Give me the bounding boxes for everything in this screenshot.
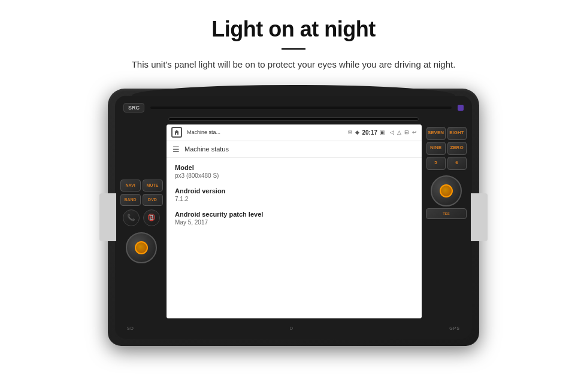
power-indicator (458, 105, 464, 111)
status-item-model: Model px3 (800x480 S) (175, 164, 413, 179)
photo-icon: ▣ (380, 129, 385, 135)
side-tab-left (99, 193, 116, 241)
security-patch-label: Android security patch level (175, 211, 413, 218)
inner-bezel: SRC NAVI MUTE BAND DVD (115, 96, 472, 339)
page-header: Light on at night This unit's panel ligh… (0, 0, 587, 78)
status-item-android-version: Android version 7.1.2 (175, 187, 413, 202)
back-icon[interactable]: ↩ (412, 129, 417, 135)
status-item-security-patch: Android security patch level May 5, 2017 (175, 211, 413, 226)
page-subtitle: This unit's panel light will be on to pr… (0, 58, 587, 72)
bottom-bar: SD D GPS (115, 321, 472, 339)
status-icons: ✉ ◆ 20:17 ▣ (348, 129, 385, 136)
num5-button[interactable]: 5 (426, 157, 446, 170)
screen: Machine sta... ✉ ◆ 20:17 ▣ ◁ △ ⊟ ↩ (167, 124, 422, 318)
screen-icon[interactable]: ⊟ (404, 129, 409, 135)
num6-button[interactable]: 6 (447, 157, 467, 170)
model-label: Model (175, 164, 413, 171)
d-label: D (290, 326, 294, 330)
volume-icon[interactable]: ◁ (390, 129, 394, 135)
message-icon: ✉ (348, 129, 353, 135)
status-content: Model px3 (800x480 S) Android version 7.… (167, 158, 422, 318)
phone-accept-button[interactable]: 📞 (123, 209, 140, 226)
btn-row-top: NAVI MUTE (120, 180, 163, 192)
android-version-value: 7.1.2 (175, 196, 413, 202)
navi-button[interactable]: NAVI (120, 180, 141, 192)
status-bar-title: Machine sta... (187, 129, 346, 135)
btn-row-mid: BAND DVD (120, 194, 163, 206)
dvd-button[interactable]: DVD (143, 194, 163, 206)
app-header-title: Machine status (184, 145, 229, 153)
status-time: 20:17 (362, 129, 377, 136)
location-icon: ◆ (355, 129, 359, 135)
top-bar: SRC (115, 96, 472, 117)
cd-slot (168, 117, 418, 121)
src-button[interactable]: SRC (123, 103, 144, 113)
band-button[interactable]: BAND (120, 194, 141, 206)
title-divider (282, 48, 305, 50)
phone-row: 📞 📵 (123, 209, 160, 226)
hamburger-icon[interactable]: ☰ (173, 145, 180, 154)
device-wrapper: SRC NAVI MUTE BAND DVD (0, 89, 587, 346)
tes-button[interactable]: TES (426, 208, 467, 219)
mute-button[interactable]: MUTE (143, 180, 163, 192)
page-title: Light on at night (0, 17, 587, 42)
phone-reject-button[interactable]: 📵 (143, 209, 160, 226)
media-icon[interactable]: △ (397, 129, 401, 135)
svg-marker-0 (174, 130, 179, 135)
left-knob[interactable] (126, 232, 157, 263)
left-panel: NAVI MUTE BAND DVD 📞 📵 (120, 124, 163, 318)
home-button[interactable] (171, 127, 182, 138)
seven-button[interactable]: SEVEN (426, 127, 446, 140)
sd-label: SD (127, 326, 134, 330)
right-panel: SEVEN EIGHT NINE ZERO (425, 124, 467, 318)
gps-label: GPS (449, 326, 460, 330)
cd-slot-top (150, 107, 452, 109)
left-knob-inner (135, 241, 148, 254)
model-value: px3 (800x480 S) (175, 172, 413, 179)
car-unit: SRC NAVI MUTE BAND DVD (108, 89, 479, 346)
zero-button[interactable]: ZERO (447, 142, 467, 155)
right-knob[interactable] (431, 175, 462, 206)
app-header: ☰ Machine status (167, 141, 422, 158)
nav-icons: ◁ △ ⊟ ↩ (390, 129, 417, 135)
android-version-label: Android version (175, 187, 413, 195)
num-row-3: 5 6 (426, 157, 467, 170)
security-patch-value: May 5, 2017 (175, 219, 413, 226)
eight-button[interactable]: EIGHT (447, 127, 467, 140)
side-tab-right (471, 193, 488, 241)
num-row-1: SEVEN EIGHT (426, 127, 467, 140)
middle-section: NAVI MUTE BAND DVD 📞 📵 (115, 122, 472, 321)
num-row-2: NINE ZERO (426, 142, 467, 155)
right-knob-inner (440, 184, 453, 197)
nine-button[interactable]: NINE (426, 142, 446, 155)
status-bar: Machine sta... ✉ ◆ 20:17 ▣ ◁ △ ⊟ ↩ (167, 124, 422, 141)
